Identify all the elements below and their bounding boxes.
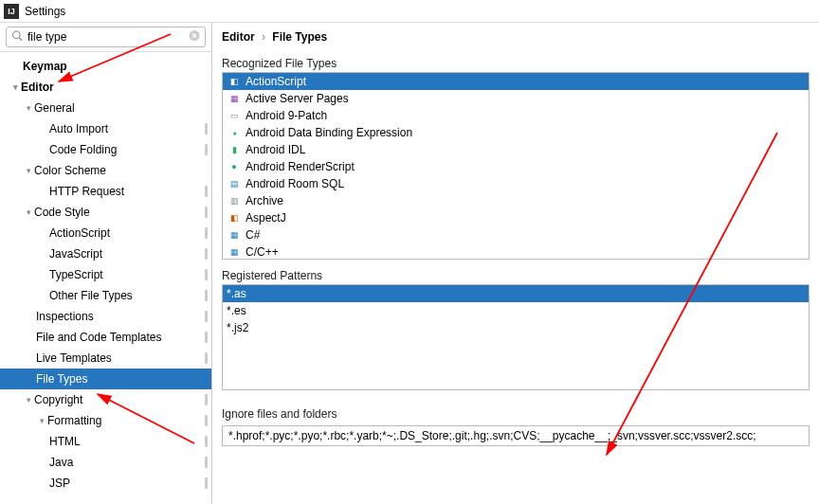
tree-item-other-file-types[interactable]: Other File Types — [0, 285, 211, 306]
list-item-label: Android RenderScript — [246, 160, 355, 173]
tree-item-copyright[interactable]: ▾Copyright — [0, 389, 211, 410]
tree-item-java[interactable]: Java — [0, 452, 211, 473]
list-item-label: ActionScript — [246, 75, 306, 88]
list-item[interactable]: ▦C/C++ — [223, 243, 809, 260]
svg-point-0 — [13, 31, 21, 39]
tree-item-inspections[interactable]: Inspections — [0, 306, 211, 327]
patterns-label: Registered Patterns — [222, 269, 810, 282]
list-item-label: C# — [246, 228, 260, 242]
chevron-down-icon: ▾ — [9, 82, 21, 92]
list-item[interactable]: ▮Android IDL — [223, 141, 809, 158]
recognized-list[interactable]: ◧ActionScript▦Active Server Pages▭Androi… — [222, 72, 810, 260]
filetype-icon: ◧ — [227, 75, 242, 88]
list-item[interactable]: ◧AspectJ — [223, 209, 809, 226]
tree-item-code-folding[interactable]: Code Folding — [0, 139, 211, 160]
sidebar: Keymap ▾Editor ▾General Auto Import Code… — [0, 23, 212, 504]
chevron-down-icon: ▾ — [23, 207, 34, 217]
svg-line-1 — [19, 38, 22, 41]
list-item[interactable]: *.es — [223, 302, 809, 319]
ignore-section: Ignore files and folders — [222, 404, 810, 446]
clear-search-icon[interactable] — [189, 30, 200, 45]
list-item[interactable]: *.js2 — [223, 319, 809, 336]
tree-item-http-request[interactable]: HTTP Request — [0, 181, 211, 202]
list-item-label: *.es — [227, 304, 246, 317]
search-input[interactable] — [6, 27, 206, 47]
chevron-down-icon: ▾ — [23, 166, 34, 175]
app-icon: IJ — [4, 4, 19, 19]
filetype-icon: ▭ — [227, 109, 242, 122]
main: Keymap ▾Editor ▾General Auto Import Code… — [0, 23, 819, 504]
list-item-label: AspectJ — [246, 211, 286, 225]
list-item-label: Active Server Pages — [246, 92, 349, 105]
content-panel: Editor › File Types Recognized File Type… — [212, 23, 819, 504]
tree-item-file-types[interactable]: File Types — [0, 369, 211, 389]
tree-item-typescript[interactable]: TypeScript — [0, 264, 211, 285]
filetype-icon: ▦ — [227, 92, 242, 105]
list-item-label: Archive — [246, 194, 283, 207]
titlebar: IJ Settings — [0, 0, 819, 23]
search-icon — [11, 30, 23, 45]
breadcrumb: Editor › File Types — [222, 30, 810, 44]
list-item[interactable]: ▦C# — [223, 226, 809, 243]
filetype-icon: ▦ — [227, 245, 242, 259]
list-item[interactable]: ◧ActionScript — [223, 73, 809, 90]
patterns-list[interactable]: *.as*.es*.js2 — [222, 284, 810, 390]
settings-tree[interactable]: Keymap ▾Editor ▾General Auto Import Code… — [0, 52, 211, 504]
tree-item-jsp[interactable]: JSP — [0, 473, 211, 494]
chevron-right-icon: › — [262, 30, 265, 44]
tree-item-actionscript[interactable]: ActionScript — [0, 223, 211, 243]
ignore-label: Ignore files and folders — [222, 407, 810, 421]
breadcrumb-root[interactable]: Editor — [222, 30, 255, 44]
tree-item-html[interactable]: HTML — [0, 431, 211, 452]
list-item-label: Android 9-Patch — [246, 109, 327, 122]
list-item-label: Android IDL — [246, 143, 305, 156]
list-item[interactable]: ▭Android 9-Patch — [223, 107, 809, 124]
window-title: Settings — [25, 5, 65, 18]
filetype-icon: ▥ — [227, 194, 242, 207]
list-item-label: Android Data Binding Expression — [246, 126, 412, 139]
filetype-icon: ▤ — [227, 177, 242, 190]
chevron-down-icon: ▾ — [36, 416, 47, 425]
search-wrap — [0, 23, 211, 52]
filetype-icon: ◧ — [227, 211, 242, 225]
filetype-icon: ▦ — [227, 228, 242, 242]
tree-item-color-scheme[interactable]: ▾Color Scheme — [0, 160, 211, 181]
filetype-icon: ⬥ — [227, 126, 242, 139]
tree-item-javascript[interactable]: JavaScript — [0, 243, 211, 264]
tree-item-file-code-templates[interactable]: File and Code Templates — [0, 327, 211, 348]
list-item[interactable]: *.as — [223, 285, 809, 302]
list-item[interactable]: ▥Archive — [223, 192, 809, 209]
filetype-icon: ▮ — [227, 143, 242, 156]
tree-item-live-templates[interactable]: Live Templates — [0, 348, 211, 369]
breadcrumb-leaf: File Types — [272, 30, 327, 44]
tree-item-code-style[interactable]: ▾Code Style — [0, 202, 211, 223]
filetype-icon: ● — [227, 160, 242, 173]
tree-item-editor[interactable]: ▾Editor — [0, 77, 211, 98]
list-item[interactable]: ▤Android Room SQL — [223, 175, 809, 192]
tree-item-auto-import[interactable]: Auto Import — [0, 118, 211, 139]
tree-item-keymap[interactable]: Keymap — [0, 56, 211, 77]
list-item-label: *.as — [227, 287, 246, 300]
list-item-label: *.js2 — [227, 321, 248, 334]
list-item-label: C/C++ — [246, 245, 279, 259]
tree-item-general[interactable]: ▾General — [0, 98, 211, 118]
tree-item-formatting[interactable]: ▾Formatting — [0, 410, 211, 431]
chevron-down-icon: ▾ — [23, 395, 34, 405]
list-item[interactable]: ●Android RenderScript — [223, 158, 809, 175]
list-item-label: Android Room SQL — [246, 177, 344, 190]
recognized-label: Recognized File Types — [222, 57, 810, 70]
ignore-input[interactable] — [222, 425, 810, 446]
list-item[interactable]: ⬥Android Data Binding Expression — [223, 124, 809, 141]
list-item[interactable]: ▦Active Server Pages — [223, 90, 809, 107]
chevron-down-icon: ▾ — [23, 103, 34, 113]
